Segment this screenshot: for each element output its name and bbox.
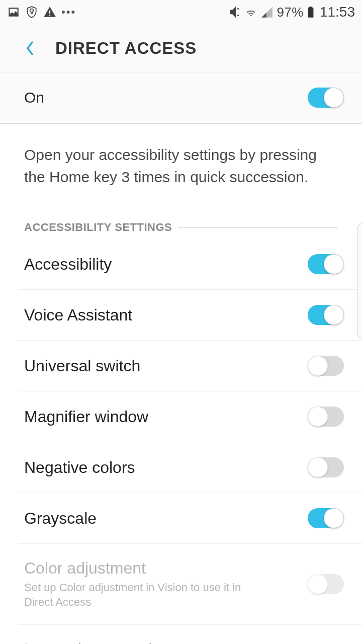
image-icon	[7, 6, 20, 19]
warning-icon	[43, 6, 56, 19]
master-toggle[interactable]	[308, 88, 344, 108]
status-left: •••	[7, 6, 76, 19]
master-toggle-row[interactable]: On	[0, 72, 362, 124]
battery-icon	[307, 6, 315, 19]
cell-signal-icon	[260, 6, 274, 19]
item-toggle[interactable]	[308, 254, 344, 274]
item-toggle[interactable]	[308, 305, 344, 325]
divider	[178, 227, 338, 228]
item-label: Universal switch	[24, 357, 140, 375]
page-title: DIRECT ACCESS	[55, 39, 197, 58]
wifi-icon	[244, 6, 257, 19]
back-button[interactable]	[20, 38, 40, 58]
master-toggle-label: On	[24, 89, 44, 106]
item-toggle	[308, 574, 344, 594]
item-label: Grayscale	[24, 509, 97, 528]
item-color-adjustment: Color adjustment Set up Color adjustment…	[18, 544, 362, 625]
item-grayscale[interactable]: Grayscale	[18, 493, 362, 544]
status-right: 97% 11:53	[228, 4, 355, 20]
item-toggle[interactable]	[308, 508, 344, 528]
item-label: Accessibility	[24, 255, 112, 274]
item-magnifier-window[interactable]: Magnifier window	[18, 391, 362, 442]
settings-list: Accessibility Voice Assistant Universal …	[0, 239, 362, 644]
section-header: ACCESSIBILITY SETTINGS	[0, 193, 362, 239]
item-negative-colors[interactable]: Negative colors	[18, 442, 362, 493]
item-label: Color adjustment	[24, 559, 255, 578]
item-toggle[interactable]	[308, 356, 344, 376]
item-subtext: Set up Color adjustment in Vision to use…	[24, 581, 255, 609]
item-label: Voice Assistant	[24, 306, 132, 325]
description-text: Open your accessibility settings by pres…	[0, 124, 362, 193]
item-label: Interaction control	[24, 640, 152, 644]
shield-icon	[25, 6, 38, 19]
battery-percent: 97%	[277, 5, 304, 20]
section-title: ACCESSIBILITY SETTINGS	[24, 221, 172, 234]
edge-panel-handle[interactable]	[357, 223, 362, 339]
item-universal-switch[interactable]: Universal switch	[18, 341, 362, 391]
item-voice-assistant[interactable]: Voice Assistant	[18, 290, 362, 341]
clock: 11:53	[320, 4, 355, 20]
more-icon: •••	[61, 6, 76, 19]
item-accessibility[interactable]: Accessibility	[18, 239, 362, 290]
mute-vibrate-icon	[228, 6, 241, 19]
item-toggle[interactable]	[308, 407, 344, 427]
item-interaction-control: Interaction control	[18, 625, 362, 644]
app-bar: DIRECT ACCESS	[0, 24, 362, 72]
status-bar: ••• 97% 11:53	[0, 0, 362, 24]
item-label: Magnifier window	[24, 408, 148, 426]
item-toggle[interactable]	[308, 457, 344, 477]
item-label: Negative colors	[24, 458, 135, 477]
